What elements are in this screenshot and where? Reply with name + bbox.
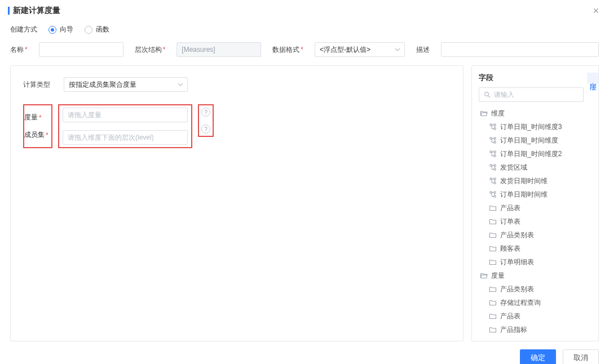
tree-item-label: 发货日期时间维 [500, 176, 548, 186]
tree-item-label: 产品类别表 [500, 285, 534, 294]
svg-rect-7 [494, 141, 496, 143]
fields-title: 字段 [479, 73, 584, 83]
tree-item-label: 产品表 [500, 203, 520, 213]
svg-rect-9 [494, 151, 496, 153]
svg-rect-10 [494, 155, 496, 157]
tree-item[interactable]: 产品类别表 [479, 282, 584, 296]
desc-label: 描述 [416, 45, 430, 55]
tree-item[interactable]: 产品表 [479, 201, 584, 215]
tree-item-label: 产品指标 [500, 325, 527, 335]
tree-item[interactable]: 订单日期_时间维度 [479, 134, 584, 147]
ok-button[interactable]: 确定 [520, 349, 556, 364]
tree-item-label: 度量 [491, 271, 505, 281]
folder-icon [489, 312, 497, 320]
svg-rect-4 [494, 128, 496, 130]
tree-item-label: 订单日期_时间维度2 [500, 149, 562, 159]
folder-icon [489, 231, 497, 239]
tree-item-label: 产品表 [500, 312, 520, 321]
folder-icon [489, 326, 497, 334]
fields-tree[interactable]: 维度订单日期_时间维度3订单日期_时间维度订单日期_时间维度2发货区域发货日期时… [479, 106, 584, 336]
fields-search[interactable] [479, 87, 584, 102]
svg-rect-6 [494, 137, 496, 139]
tree-item[interactable]: 订单日期_时间维度3 [479, 120, 584, 134]
hier-icon [489, 136, 497, 144]
measure-label: 度量* [24, 110, 51, 125]
highlight-inputs: 请拖入度量 请拖入维度下面的层次(level) [58, 104, 192, 148]
hier-icon [489, 123, 497, 131]
folder-icon [489, 285, 497, 293]
dataformat-value[interactable] [315, 42, 405, 57]
tree-item-label: 订单表 [500, 217, 520, 227]
help-icon[interactable]: ? [201, 125, 210, 134]
tree-item-label: 订单日期_时间维度 [500, 136, 558, 145]
tree-item-label: 订单明细表 [500, 258, 534, 267]
dialog-title-text: 新建计算度量 [13, 6, 60, 16]
dataformat-select[interactable] [315, 42, 405, 57]
radio-function-label: 函数 [96, 25, 109, 34]
folder-icon [489, 299, 497, 307]
tree-item-label: 产品类别表 [500, 230, 534, 240]
folder-icon [489, 204, 497, 212]
folder-icon [489, 258, 497, 266]
svg-rect-12 [494, 165, 496, 166]
tree-item-label: 发货区域 [500, 163, 527, 172]
name-input[interactable] [39, 42, 123, 57]
tree-item[interactable]: 订单日期_时间维度2 [479, 147, 584, 161]
tree-item[interactable]: 产品表 [479, 309, 584, 323]
name-label: 名称* [10, 45, 28, 55]
fields-search-input[interactable] [494, 91, 579, 99]
tree-item-label: 存储过程查询 [500, 298, 541, 308]
tree-item[interactable]: 发货区域 [479, 161, 584, 174]
config-panel: 计算类型 度量* 成员集* [10, 65, 464, 341]
folder-icon [489, 217, 497, 225]
help-icon[interactable]: ? [201, 108, 210, 117]
tree-item[interactable]: 维度 [479, 106, 584, 120]
radio-wizard[interactable]: 向导 [48, 25, 73, 34]
hierarchy-label: 层次结构* [135, 45, 166, 55]
radio-function[interactable]: 函数 [85, 25, 109, 34]
folder-icon [489, 245, 497, 252]
tree-item[interactable]: 发货日期时间维 [479, 174, 584, 188]
cancel-button[interactable]: 取消 [563, 349, 599, 364]
calc-type-label: 计算类型 [23, 80, 54, 90]
memberset-placeholder: 请拖入维度下面的层次(level) [68, 133, 154, 143]
svg-rect-3 [494, 124, 496, 126]
highlight-labels: 度量* 成员集* [23, 104, 52, 148]
svg-line-1 [488, 96, 490, 97]
svg-point-0 [485, 92, 489, 96]
tree-item-label: 订单日期_时间维度3 [500, 122, 562, 132]
dataformat-label: 数据格式* [272, 45, 303, 55]
desc-input[interactable] [441, 42, 599, 57]
search-icon [484, 91, 491, 98]
hier-icon [489, 177, 497, 185]
tree-item[interactable]: 订单日期时间维 [479, 188, 584, 201]
tree-item[interactable]: 订单表 [479, 215, 584, 228]
close-icon[interactable]: × [593, 6, 599, 16]
svg-rect-16 [494, 182, 496, 184]
radio-dot-icon [85, 26, 92, 34]
tree-item-label: 订单日期时间维 [500, 190, 548, 199]
tree-item[interactable]: 度量 [479, 269, 584, 282]
tree-item[interactable]: 产品类别表 [479, 228, 584, 242]
hier-icon [489, 190, 497, 198]
tree-item-label: 顾客表 [500, 244, 520, 254]
svg-rect-19 [494, 196, 496, 197]
dialog-title: 新建计算度量 [8, 6, 60, 16]
folder-open-icon [480, 272, 488, 279]
calc-type-value[interactable] [64, 77, 188, 92]
hier-icon [489, 163, 497, 171]
measure-placeholder: 请拖入度量 [68, 110, 102, 120]
tree-item[interactable]: 产品指标 [479, 323, 584, 336]
folder-open-icon [480, 109, 488, 117]
svg-rect-13 [494, 168, 496, 170]
hierarchy-input [176, 42, 261, 57]
fields-tab[interactable]: 字段 [587, 73, 598, 84]
hier-icon [489, 150, 497, 158]
memberset-drop[interactable]: 请拖入维度下面的层次(level) [63, 130, 188, 145]
measure-drop[interactable]: 请拖入度量 [63, 108, 188, 122]
tree-item[interactable]: 订单明细表 [479, 255, 584, 269]
tree-item[interactable]: 存储过程查询 [479, 296, 584, 309]
calc-type-select[interactable] [64, 77, 188, 92]
tree-item[interactable]: 顾客表 [479, 242, 584, 255]
highlight-help: ? ? [198, 104, 214, 137]
